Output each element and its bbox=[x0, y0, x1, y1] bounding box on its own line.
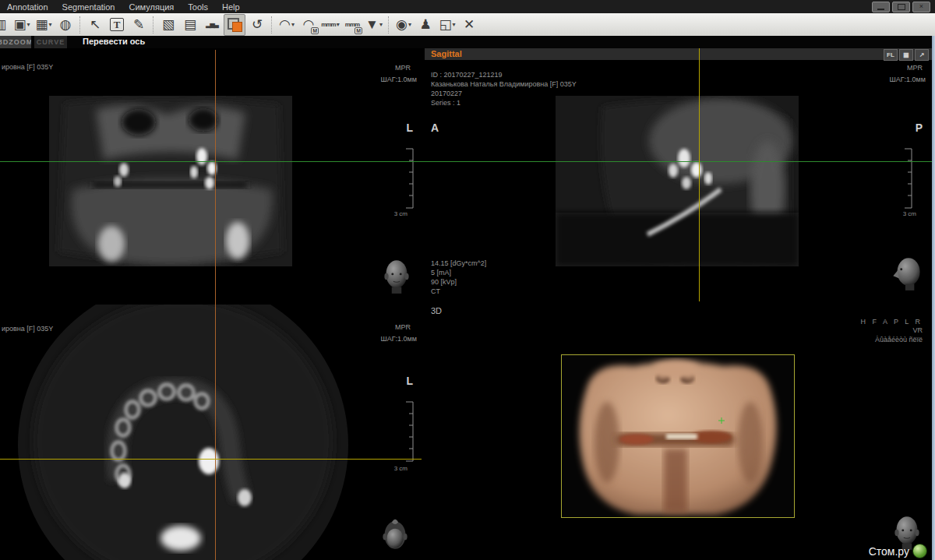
mode-label: MPR bbox=[395, 64, 411, 72]
crosshair-horizontal-green[interactable] bbox=[0, 161, 932, 162]
watermark-text: Стом.ру bbox=[869, 545, 909, 558]
restore-button[interactable] bbox=[892, 2, 910, 12]
orientation-label-a: A bbox=[431, 122, 439, 134]
sagittal-ct-image[interactable] bbox=[556, 96, 799, 266]
pencil-draw-icon[interactable]: ✎ bbox=[129, 15, 149, 35]
teeth-row-glyph: mmm bbox=[321, 22, 335, 28]
minimize-button[interactable] bbox=[872, 2, 890, 12]
step-label: ШАГ:1.0мм bbox=[889, 76, 926, 83]
toolbar: ▥▣▾▦▾◍↖T✎▧▤▂▅▃↺◠▾◠Mmmm▾mmmM▼▾◉▾♟◱▾✕ bbox=[0, 13, 935, 37]
overlay-compare-icon[interactable] bbox=[224, 14, 245, 36]
orientation-label-p: P bbox=[916, 122, 923, 134]
watermark: Стом.ру bbox=[869, 544, 927, 558]
tab-curve[interactable]: CURVE bbox=[34, 36, 67, 48]
mode-label: MPR bbox=[907, 64, 923, 72]
dose-line: 14.15 [dGy*cm^2] bbox=[431, 259, 486, 268]
tab-3dzoom[interactable]: 3DZOOM bbox=[0, 36, 31, 48]
dropdown-arrow-icon[interactable]: ▾ bbox=[291, 21, 295, 28]
expand-icon[interactable]: ↗ bbox=[915, 49, 929, 61]
settings-tools-glyph: ✕ bbox=[464, 18, 475, 31]
patient-name: Казанькова Наталья Владимировна [F] 035Y bbox=[431, 79, 577, 89]
scale-label: 3 cm bbox=[394, 210, 408, 217]
grid-layout-icon[interactable]: ▦ bbox=[899, 49, 913, 61]
camera-capture-icon[interactable]: ◉▾ bbox=[393, 15, 414, 35]
dose-line: 5 [mA] bbox=[431, 268, 486, 277]
menu-item[interactable]: Tools bbox=[181, 2, 215, 12]
window-controls: × bbox=[872, 2, 930, 12]
orientation-head-front-icon bbox=[379, 257, 415, 296]
window-edge-strip bbox=[932, 36, 935, 560]
cursor-select-glyph: ↖ bbox=[90, 18, 101, 31]
reset-history-icon[interactable]: ↺ bbox=[247, 15, 267, 35]
viewport-axial[interactable]: ировна [F] 035Y MPR ШАГ:1.0мм L 3 cm bbox=[0, 305, 422, 560]
badge-m: M bbox=[355, 27, 362, 34]
teeth-row-icon[interactable]: mmm▾ bbox=[320, 15, 340, 35]
histogram-profile-glyph: ▂▅▃ bbox=[206, 22, 217, 28]
dropdown-arrow-icon[interactable]: ▾ bbox=[408, 21, 411, 28]
viewport-coronal[interactable]: ировна [F] 035Y MPR ШАГ:1.0мм L 3 cm bbox=[0, 48, 422, 303]
dropdown-arrow-icon[interactable]: ▾ bbox=[379, 21, 383, 28]
arc-measure-icon[interactable]: ◠▾ bbox=[277, 15, 297, 35]
render-preset-label: Àûàåéèòù ñëïë bbox=[875, 336, 923, 343]
sagittal-header: Sagittal FL ▦ ↗ bbox=[425, 48, 932, 60]
window-layout-icon[interactable]: ◱▾ bbox=[437, 15, 457, 35]
axial-ct-image[interactable] bbox=[0, 305, 422, 560]
close-button[interactable]: × bbox=[912, 2, 930, 12]
edit-annotation-icon[interactable]: ▧ bbox=[158, 15, 178, 35]
region-select-icon[interactable]: ▣▾ bbox=[12, 15, 32, 35]
settings-tools-icon[interactable]: ✕ bbox=[459, 15, 479, 35]
viewport-3d[interactable]: 3D H F A P L R VR Àûàåéèòù ñëïë bbox=[425, 305, 932, 560]
dropdown-arrow-icon[interactable]: ▾ bbox=[453, 21, 456, 28]
image-select-glyph: ▤ bbox=[184, 18, 196, 31]
teeth-row-m-icon[interactable]: mmmM bbox=[342, 15, 362, 35]
dropdown-arrow-icon[interactable]: ▾ bbox=[49, 21, 52, 28]
pencil-draw-glyph: ✎ bbox=[133, 18, 144, 31]
dropdown-arrow-icon[interactable]: ▾ bbox=[337, 21, 340, 28]
arc-measure-glyph: ◠ bbox=[279, 18, 291, 31]
toolbar-separator bbox=[388, 16, 390, 33]
viewport-sagittal[interactable]: Sagittal FL ▦ ↗ ID : 20170227_121219 Каз… bbox=[425, 48, 932, 303]
orientation-label-l: L bbox=[406, 122, 413, 134]
scale-ruler bbox=[901, 148, 913, 209]
volume-cylinder-glyph: ◍ bbox=[60, 18, 72, 31]
crosshair-vertical-yellow[interactable] bbox=[699, 48, 700, 301]
badge-m: M bbox=[311, 27, 319, 34]
step-label: ШАГ:1.0мм bbox=[380, 335, 417, 343]
coronal-ct-image[interactable] bbox=[49, 96, 292, 266]
crosshair-horizontal-yellow[interactable] bbox=[0, 459, 422, 460]
grid-sphere-icon[interactable]: ▦▾ bbox=[34, 15, 54, 35]
volume-render-image[interactable] bbox=[562, 355, 794, 517]
panel-layout-icon[interactable]: ▥ bbox=[0, 15, 10, 35]
menu-item[interactable]: Help bbox=[215, 2, 247, 12]
cursor-select-icon[interactable]: ↖ bbox=[85, 15, 105, 35]
grid-sphere-glyph: ▦ bbox=[35, 18, 48, 31]
menu-item[interactable]: Segmentation bbox=[55, 2, 122, 12]
menu-item[interactable]: Annotation bbox=[0, 2, 55, 12]
image-select-icon[interactable]: ▤ bbox=[180, 15, 200, 35]
scale-ruler bbox=[402, 401, 415, 462]
camera-capture-glyph: ◉ bbox=[396, 18, 408, 31]
region-select-glyph: ▣ bbox=[13, 18, 26, 31]
arc-measure-m-icon[interactable]: ◠M bbox=[298, 15, 319, 35]
mode-label: MPR bbox=[395, 323, 411, 331]
implant-icon[interactable]: ▼▾ bbox=[364, 15, 384, 35]
orientation-head-top-icon bbox=[377, 515, 413, 554]
watermark-logo-icon bbox=[912, 544, 927, 558]
window-layout-glyph: ◱ bbox=[439, 18, 451, 31]
app-window: AnnotationSegmentationСимуляцияToolsHelp… bbox=[0, 0, 935, 560]
toolbar-separator bbox=[79, 16, 81, 33]
volume-cylinder-icon[interactable]: ◍ bbox=[55, 15, 76, 35]
dose-info-block: 14.15 [dGy*cm^2]5 [mA]90 [kVp]CT bbox=[431, 259, 486, 296]
viewport-title: 3D bbox=[431, 306, 442, 315]
volume-render-box[interactable] bbox=[561, 354, 795, 518]
dose-line: CT bbox=[431, 287, 486, 296]
menu-item[interactable]: Симуляция bbox=[122, 2, 182, 12]
crosshair-vertical-orange[interactable] bbox=[215, 50, 216, 560]
histogram-profile-icon[interactable]: ▂▅▃ bbox=[202, 15, 222, 35]
text-annotation-icon[interactable]: T bbox=[107, 15, 127, 35]
fl-button[interactable]: FL bbox=[884, 49, 898, 61]
patient-profile-icon[interactable]: ♟ bbox=[415, 15, 436, 35]
dropdown-arrow-icon[interactable]: ▾ bbox=[27, 21, 30, 28]
tab-strip: 3DZOOM CURVE Перевести ось bbox=[0, 36, 935, 48]
patient-profile-glyph: ♟ bbox=[419, 18, 431, 31]
